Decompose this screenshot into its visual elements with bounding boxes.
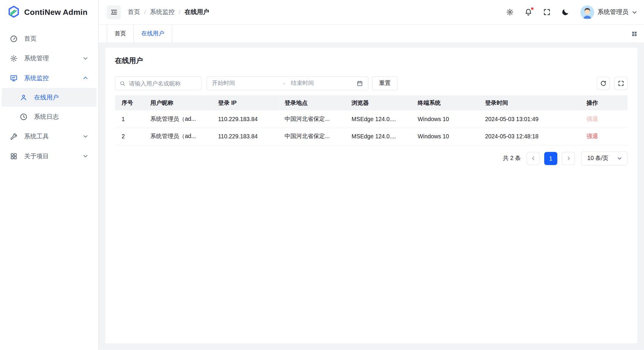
- col-seq: 序号: [115, 95, 144, 110]
- page-content: 在线用户 开始时间 - 结束时间: [99, 43, 644, 350]
- sidebar-menu: 首页 系统管理: [0, 25, 98, 166]
- sidebar-item-label: 在线用户: [34, 94, 87, 101]
- cell-os: Windows 10: [411, 110, 479, 128]
- col-nickname: 用户昵称: [144, 95, 211, 110]
- prev-page-button[interactable]: [526, 152, 539, 165]
- sidebar-item-about-project[interactable]: 关于项目: [0, 146, 98, 166]
- col-login-time: 登录时间: [479, 95, 580, 110]
- sidebar-item-label: 系统监控: [24, 74, 76, 82]
- sidebar-item-label: 系统日志: [34, 113, 88, 121]
- page-title: 在线用户: [115, 56, 627, 65]
- search-icon: [120, 80, 126, 86]
- cell-login-time: 2024-05-03 12:48:18: [479, 128, 580, 145]
- breadcrumb-home[interactable]: 首页: [128, 8, 140, 16]
- table-fullscreen-button[interactable]: [614, 77, 627, 90]
- dashboard-icon: [10, 35, 18, 42]
- tab-actions-button[interactable]: [631, 25, 644, 43]
- breadcrumb-separator: /: [179, 9, 181, 16]
- cell-seq: 2: [115, 128, 144, 145]
- sidebar-collapse-button[interactable]: [107, 5, 121, 19]
- sidebar-item-online-users[interactable]: 在线用户: [2, 88, 97, 107]
- page-size-select[interactable]: 10 条/页: [581, 151, 627, 165]
- user-menu[interactable]: 系统管理员: [580, 5, 637, 19]
- monitor-icon: [10, 74, 18, 82]
- cell-os: Windows 10: [411, 128, 479, 145]
- table-actions: [597, 77, 628, 90]
- user-icon: [20, 94, 27, 101]
- cell-browser: MSEdge 124.0....: [345, 128, 411, 145]
- cell-seq: 1: [115, 110, 144, 128]
- date-range-separator: -: [278, 80, 291, 87]
- sidebar-item-system-tools[interactable]: 系统工具: [0, 126, 98, 146]
- clock-icon: [20, 113, 27, 121]
- page-number-current[interactable]: 1: [544, 152, 557, 165]
- page-size-value: 10 条/页: [587, 155, 608, 162]
- notification-bell-icon[interactable]: [524, 8, 532, 16]
- main-area: 首页 / 系统监控 / 在线用户: [99, 0, 644, 350]
- grid-filled-icon: [631, 30, 638, 37]
- chevron-down-icon: [83, 134, 88, 139]
- filter-toolbar: 开始时间 - 结束时间 重置: [115, 76, 627, 90]
- online-users-table: 序号 用户昵称 登录 IP 登录地点 浏览器 终端系统 登录时间 操作 1: [115, 95, 627, 145]
- refresh-button[interactable]: [597, 77, 610, 90]
- wrench-icon: [10, 132, 18, 140]
- force-logout-button[interactable]: 强退: [586, 133, 598, 139]
- header-actions: 系统管理员: [506, 5, 637, 19]
- settings-icon[interactable]: [506, 8, 514, 16]
- chevron-down-icon: [83, 56, 88, 61]
- date-end-placeholder[interactable]: 结束时间: [291, 80, 357, 87]
- tab-online-users[interactable]: 在线用户: [134, 25, 172, 43]
- col-browser: 浏览器: [345, 95, 411, 110]
- user-name: 系统管理员: [598, 8, 629, 16]
- cell-browser: MSEdge 124.0....: [345, 110, 411, 128]
- sidebar-item-label: 首页: [24, 35, 88, 42]
- breadcrumb-separator: /: [144, 9, 146, 16]
- next-page-button[interactable]: [562, 152, 575, 165]
- gear-icon: [10, 54, 18, 62]
- search-field[interactable]: [115, 76, 202, 90]
- tab-home[interactable]: 首页: [107, 25, 134, 43]
- tab-bar: 首页 在线用户: [99, 25, 644, 43]
- calendar-icon: [357, 80, 363, 87]
- date-start-placeholder[interactable]: 开始时间: [212, 80, 278, 87]
- date-range-picker[interactable]: 开始时间 - 结束时间: [207, 76, 368, 90]
- cell-nickname: 系统管理员（ad...: [144, 128, 211, 145]
- breadcrumb-system-monitor[interactable]: 系统监控: [150, 8, 175, 16]
- logo-hexagon-icon: [7, 5, 20, 19]
- sidebar-item-label: 系统管理: [24, 54, 76, 62]
- chevron-down-icon: [83, 153, 88, 159]
- sidebar-item-home[interactable]: 首页: [0, 29, 98, 48]
- chevron-down-icon: [632, 9, 637, 15]
- sidebar-item-system-monitor[interactable]: 系统监控: [0, 68, 98, 88]
- sidebar-item-label: 系统工具: [24, 132, 76, 140]
- sidebar-item-system-log[interactable]: 系统日志: [0, 107, 98, 126]
- dark-mode-moon-icon[interactable]: [561, 8, 569, 16]
- app-logo[interactable]: ContiNew Admin: [0, 0, 98, 25]
- table-row: 2 系统管理员（ad... 110.229.183.84 中国河北省保定... …: [115, 128, 627, 145]
- cell-login-time: 2024-05-03 13:01:49: [479, 110, 580, 128]
- table-row: 1 系统管理员（ad... 110.229.183.84 中国河北省保定... …: [115, 110, 627, 128]
- cell-ip: 110.229.183.84: [211, 128, 278, 145]
- force-logout-button-disabled: 强退: [586, 115, 598, 122]
- grid-icon: [10, 152, 18, 160]
- tab-label: 在线用户: [141, 30, 164, 37]
- cell-ip: 110.229.183.84: [211, 110, 278, 128]
- col-location: 登录地点: [278, 95, 345, 110]
- top-header: 首页 / 系统监控 / 在线用户: [99, 0, 644, 25]
- col-os: 终端系统: [411, 95, 479, 110]
- pagination: 共 2 条 1 10 条/页: [115, 151, 627, 165]
- fullscreen-icon[interactable]: [542, 8, 551, 16]
- app-window: ContiNew Admin 首页 系统管理: [0, 0, 644, 350]
- fullscreen-icon: [618, 80, 624, 87]
- tab-label: 首页: [115, 30, 126, 37]
- menu-fold-icon: [110, 8, 118, 16]
- app-title: ContiNew Admin: [24, 8, 88, 17]
- notification-badge: [531, 7, 534, 10]
- reset-button[interactable]: 重置: [372, 76, 398, 90]
- cell-nickname: 系统管理员（ad...: [144, 110, 211, 128]
- sidebar-item-system-management[interactable]: 系统管理: [0, 48, 98, 68]
- refresh-icon: [600, 80, 607, 87]
- chevron-up-icon: [83, 75, 88, 81]
- search-input[interactable]: [129, 80, 197, 87]
- col-ip: 登录 IP: [211, 95, 278, 110]
